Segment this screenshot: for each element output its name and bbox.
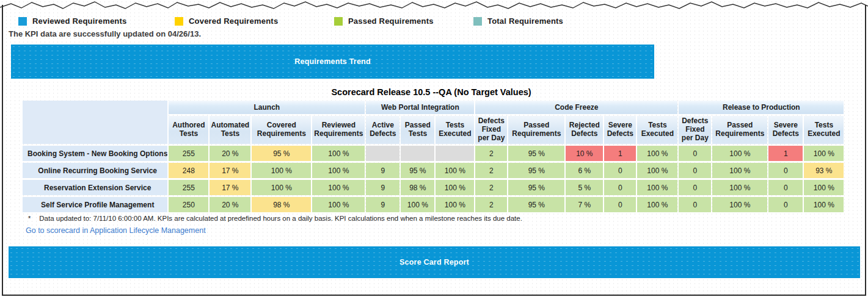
table-row: Booking System - New Booking Options2552…	[23, 146, 844, 161]
kpi-cell: 100 %	[637, 180, 677, 195]
torn-paper-edge	[0, 0, 868, 12]
row-label: Reservation Extension Service	[23, 180, 167, 195]
kpi-cell: 100 %	[312, 146, 365, 161]
kpi-cell: 1	[768, 146, 803, 161]
kpi-cell: 5 %	[566, 180, 603, 195]
kpi-cell: 95 %	[401, 163, 434, 178]
kpi-cell: 100 %	[712, 180, 767, 195]
kpi-cell	[436, 146, 474, 161]
kpi-cell	[366, 146, 399, 161]
kpi-cell: 0	[604, 163, 636, 178]
requirements-trend-label: Requirements Trend	[294, 57, 370, 66]
footnote-text: Data updated to: 7/11/10 6:00:00 AM. KPI…	[39, 215, 522, 222]
kpi-cell: 20 %	[210, 197, 250, 212]
kpi-cell	[401, 146, 434, 161]
column-group-header: Launch	[169, 101, 365, 114]
kpi-cell: 0	[768, 163, 803, 178]
kpi-cell: 255	[169, 146, 208, 161]
scorecard-table: LaunchWeb Portal IntegrationCode FreezeR…	[21, 99, 845, 214]
legend-item-passed: Passed Requirements	[334, 16, 434, 26]
kpi-cell: 100 %	[436, 163, 474, 178]
legend-label: Total Requirements	[487, 16, 563, 26]
kpi-cell: 100 %	[401, 197, 434, 212]
table-corner-cell	[23, 101, 167, 144]
requirements-trend-section-header[interactable]: Requirements Trend	[11, 45, 654, 79]
kpi-cell: 0	[768, 180, 803, 195]
legend-label: Passed Requirements	[348, 16, 434, 26]
kpi-cell: 95 %	[508, 163, 564, 178]
kpi-cell: 100 %	[712, 146, 767, 161]
legend-label: Reviewed Requirements	[32, 16, 126, 26]
kpi-cell: 100 %	[436, 197, 474, 212]
row-label: Booking System - New Booking Options	[23, 146, 167, 161]
kpi-cell: 0	[768, 197, 803, 212]
column-header: Reviewed Requirements	[312, 116, 365, 144]
kpi-cell: 100 %	[312, 197, 365, 212]
score-card-report-section-header[interactable]: Score Card Report	[9, 246, 860, 278]
column-header: Active Defects	[366, 116, 399, 144]
table-row: Online Recurring Booking Service24817 %1…	[23, 163, 844, 178]
kpi-cell: 0	[679, 197, 711, 212]
footnote-marker: *	[28, 215, 31, 222]
kpi-cell: 17 %	[210, 180, 250, 195]
column-header: Passed Requirements	[508, 116, 564, 144]
column-header: Passed Tests	[401, 116, 434, 144]
kpi-status-message: The KPI data are successfully updated on…	[9, 29, 201, 38]
kpi-cell: 98 %	[252, 197, 311, 212]
column-header: Passed Requirements	[712, 116, 767, 144]
kpi-cell: 100 %	[712, 163, 767, 178]
kpi-cell: 100 %	[312, 163, 365, 178]
column-header: Tests Executed	[637, 116, 677, 144]
kpi-cell: 100 %	[436, 180, 474, 195]
kpi-cell: 10 %	[566, 146, 603, 161]
kpi-cell: 0	[679, 180, 711, 195]
kpi-cell: 95 %	[508, 146, 564, 161]
kpi-cell: 100 %	[637, 197, 677, 212]
kpi-cell: 93 %	[804, 163, 844, 178]
covered-requirements-swatch-icon	[175, 17, 183, 26]
kpi-cell: 100 %	[637, 146, 677, 161]
row-label: Online Recurring Booking Service	[23, 163, 167, 178]
legend-item-reviewed: Reviewed Requirements	[18, 16, 126, 26]
kpi-cell: 20 %	[210, 146, 250, 161]
kpi-cell: 100 %	[804, 180, 844, 195]
kpi-cell: 0	[679, 146, 711, 161]
table-row: Self Service Profile Management25020 %98…	[23, 197, 844, 212]
column-header: Defects Fixed per Day	[679, 116, 711, 144]
legend-item-total: Total Requirements	[473, 16, 563, 26]
column-group-header: Release to Production	[679, 101, 844, 114]
score-card-report-label: Score Card Report	[399, 258, 469, 267]
go-to-scorecard-link[interactable]: Go to scorecard in Application Lifecycle…	[26, 226, 206, 235]
kpi-cell: 0	[679, 163, 711, 178]
kpi-cell: 17 %	[210, 163, 250, 178]
kpi-cell: 100 %	[312, 180, 365, 195]
column-group-header: Code Freeze	[475, 101, 677, 114]
kpi-cell: 98 %	[401, 180, 434, 195]
kpi-cell: 95 %	[508, 180, 564, 195]
column-header: Automated Tests	[210, 116, 250, 144]
kpi-cell: 248	[169, 163, 208, 178]
kpi-cell: 2	[475, 180, 507, 195]
kpi-cell: 2	[475, 197, 507, 212]
kpi-cell: 250	[169, 197, 208, 212]
kpi-cell: 100 %	[637, 163, 677, 178]
kpi-cell: 100 %	[712, 197, 767, 212]
kpi-cell: 255	[169, 180, 208, 195]
column-header: Rejected Defects	[566, 116, 603, 144]
kpi-report-page: Reviewed Requirements Covered Requiremen…	[0, 0, 868, 297]
kpi-cell: 6 %	[566, 163, 603, 178]
kpi-cell: 9	[366, 197, 399, 212]
kpi-cell: 2	[475, 146, 507, 161]
column-header: Severe Defects	[768, 116, 803, 144]
legend-label: Covered Requirements	[189, 16, 278, 26]
kpi-cell: 7 %	[566, 197, 603, 212]
scorecard-title: Scorecard Release 10.5 --QA (No Target V…	[21, 87, 841, 97]
kpi-cell: 9	[366, 180, 399, 195]
reviewed-requirements-swatch-icon	[18, 17, 27, 26]
kpi-cell: 9	[366, 163, 399, 178]
kpi-cell: 100 %	[252, 180, 311, 195]
table-row: Reservation Extension Service25517 %100 …	[23, 180, 844, 195]
kpi-cell: 1	[604, 146, 636, 161]
column-header: Tests Executed	[804, 116, 844, 144]
kpi-cell: 0	[604, 197, 636, 212]
